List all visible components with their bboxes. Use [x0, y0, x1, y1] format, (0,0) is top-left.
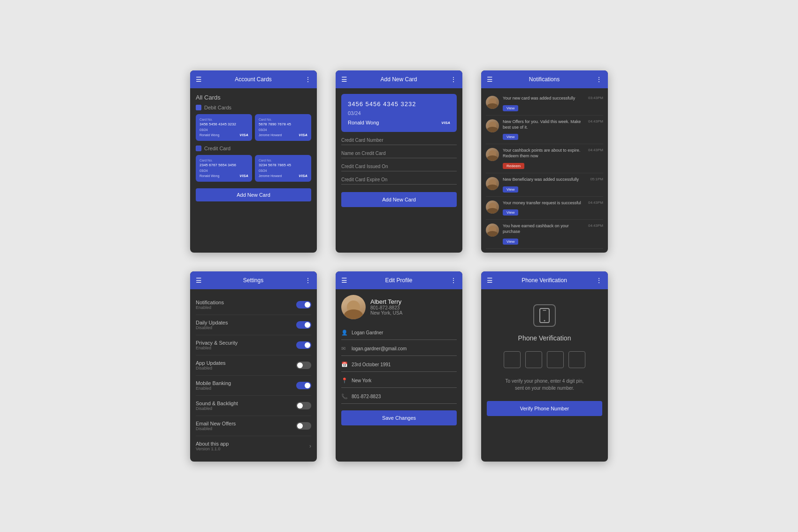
notif-time-6: 04:43PM — [588, 224, 603, 228]
card-number-1: 3456 5456 4345 3232 — [200, 122, 248, 126]
card-number-4: 3234 5678 7865 45 — [259, 163, 307, 167]
pin-box-1[interactable] — [504, 351, 521, 368]
header-title-add-card: Add New Card — [347, 76, 450, 83]
phone-icon: 📞 — [341, 393, 348, 400]
visa-brand-2: VISA — [299, 133, 307, 137]
header-title-account-cards: Account Cards — [202, 76, 305, 83]
more-icon[interactable]: ⋮ — [305, 76, 311, 83]
card-visual-number: 3456 5456 4345 3232 — [348, 100, 450, 108]
field-label-name: Name on Credit Card — [341, 151, 457, 156]
add-new-card-button[interactable]: Add New Card — [341, 192, 457, 207]
screen-account-cards: ☰ Account Cards ⋮ All Cards Debit Cards … — [190, 70, 317, 252]
settings-about: About this app Version 1.1.0 › — [196, 436, 311, 456]
field-val-phone: 801-872-8823 — [352, 394, 381, 399]
toggle-email[interactable] — [296, 422, 311, 430]
debit-checkbox[interactable] — [196, 105, 201, 110]
card-number-2: 5678 7890 7678 45 — [259, 122, 307, 126]
settings-sublabel-email: Disabled — [196, 426, 236, 431]
notif-btn-view-1[interactable]: View — [503, 105, 518, 111]
settings-sublabel-notifications: Enabled — [196, 305, 224, 310]
toggle-app-updates[interactable] — [296, 362, 311, 369]
debit-section: Debit Cards — [196, 105, 311, 110]
menu-icon[interactable]: ☰ — [196, 76, 202, 83]
settings-notifications: Notifications Enabled — [196, 295, 311, 315]
save-changes-button[interactable]: Save Changes — [341, 410, 457, 425]
pin-box-3[interactable] — [547, 351, 564, 368]
card-name-4: Jerome Howard — [259, 174, 282, 177]
screen-notifications: ☰ Notifications ⋮ Your new card was adde… — [481, 70, 608, 252]
header-account-cards: ☰ Account Cards ⋮ — [190, 70, 317, 88]
toggle-privacy[interactable] — [296, 341, 311, 349]
notif-btn-view-2[interactable]: View — [503, 134, 518, 140]
notif-btn-view-6[interactable]: View — [503, 239, 518, 245]
notif-text-6: You have earned cashback on your purchas… — [503, 224, 584, 234]
header-edit-profile: ☰ Edit Profile ⋮ — [336, 271, 462, 289]
debit-card-2: Card No. 5678 7890 7678 45 03/24 Jerome … — [255, 114, 311, 141]
header-settings: ☰ Settings ⋮ — [190, 271, 317, 289]
settings-sublabel-privacy: Enabled — [196, 346, 238, 350]
card-visual-name: Ronald Wong — [348, 120, 379, 125]
form-field-issued: Credit Card Issued On — [341, 164, 457, 171]
profile-phone-display: 801-872-8823 — [370, 305, 402, 310]
more-icon-6[interactable]: ⋮ — [596, 277, 602, 284]
more-icon-4[interactable]: ⋮ — [305, 277, 311, 284]
phone-verif-heading: Phone Verification — [487, 334, 602, 342]
debit-cards-row: Card No. 3456 5456 4345 3232 03/24 Ronal… — [196, 114, 311, 141]
menu-icon-4[interactable]: ☰ — [196, 277, 202, 284]
app-grid: ☰ Account Cards ⋮ All Cards Debit Cards … — [190, 70, 608, 461]
settings-label-email: Email New Offers — [196, 421, 236, 426]
header-phone-verification: ☰ Phone Verification ⋮ — [481, 271, 608, 289]
more-icon-2[interactable]: ⋮ — [450, 76, 457, 83]
toggle-notifications[interactable] — [296, 301, 311, 308]
credit-checkbox[interactable] — [196, 146, 201, 151]
card-label-2: Card No. — [259, 118, 307, 121]
more-icon-5[interactable]: ⋮ — [450, 277, 457, 284]
location-icon: 📍 — [341, 378, 348, 384]
card-name-3: Ronald Wong — [200, 174, 219, 177]
settings-sublabel-about: Version 1.1.0 — [196, 447, 229, 451]
verify-phone-button[interactable]: Verify Phone Number — [487, 401, 602, 416]
notif-time-2: 04:43PM — [588, 119, 603, 123]
notif-btn-view-5[interactable]: View — [503, 209, 518, 216]
notif-item-6: You have earned cashback on your purchas… — [486, 220, 603, 248]
credit-card-2: Card No. 3234 5678 7865 45 03/24 Jerome … — [255, 155, 311, 182]
notif-time-5: 04:43PM — [588, 200, 603, 205]
notif-btn-view-4[interactable]: View — [503, 186, 518, 193]
settings-label-about: About this app — [196, 441, 229, 447]
more-icon-3[interactable]: ⋮ — [596, 76, 602, 83]
menu-icon-5[interactable]: ☰ — [341, 277, 347, 284]
notif-avatar-3 — [486, 148, 499, 161]
visa-brand-visual: VISA — [441, 121, 450, 125]
settings-label-mobile: Mobile Banking — [196, 380, 231, 386]
menu-icon-2[interactable]: ☰ — [341, 76, 347, 83]
card-date-4: 03/24 — [259, 169, 307, 172]
notif-avatar-1 — [486, 96, 499, 109]
pin-box-2[interactable] — [525, 351, 542, 368]
notif-time-4: 05:1PM — [590, 177, 603, 181]
profile-field-dob: 📅 23rd October 1991 — [341, 358, 457, 372]
menu-icon-3[interactable]: ☰ — [487, 76, 493, 83]
notif-item-1: Your new card was added successfully Vie… — [486, 92, 603, 116]
credit-cards-row: Card No. 2345 6767 5654 3456 03/24 Ronal… — [196, 155, 311, 182]
add-card-button[interactable]: Add New Card — [196, 188, 311, 201]
notif-btn-redeem-3[interactable]: Redeem — [503, 163, 524, 169]
form-field-name: Name on Credit Card — [341, 151, 457, 158]
notif-content-2: New Offers for you. Valid this week. Mak… — [503, 119, 584, 140]
profile-field-name: 👤 Logan Gardner — [341, 326, 457, 340]
pin-box-4[interactable] — [568, 351, 585, 368]
settings-sublabel-app-updates: Disabled — [196, 366, 226, 370]
credit-section: Credit Card — [196, 146, 311, 151]
notif-content-3: Your cashback points are about to expire… — [503, 148, 584, 169]
chevron-about-icon[interactable]: › — [309, 443, 311, 449]
field-label-issued: Credit Card Issued On — [341, 164, 457, 169]
card-date-1: 03/24 — [200, 128, 248, 131]
toggle-daily[interactable] — [296, 321, 311, 329]
settings-sublabel-daily: Disabled — [196, 325, 228, 330]
toggle-sound[interactable] — [296, 402, 311, 409]
visa-brand-3: VISA — [239, 174, 248, 178]
menu-icon-6[interactable]: ☰ — [487, 277, 493, 284]
credit-card-1: Card No. 2345 6767 5654 3456 03/24 Ronal… — [196, 155, 252, 182]
verif-description: To verify your phone, enter 4 digit pin,… — [487, 378, 602, 392]
all-cards-label: All Cards — [196, 94, 311, 101]
toggle-mobile[interactable] — [296, 382, 311, 389]
